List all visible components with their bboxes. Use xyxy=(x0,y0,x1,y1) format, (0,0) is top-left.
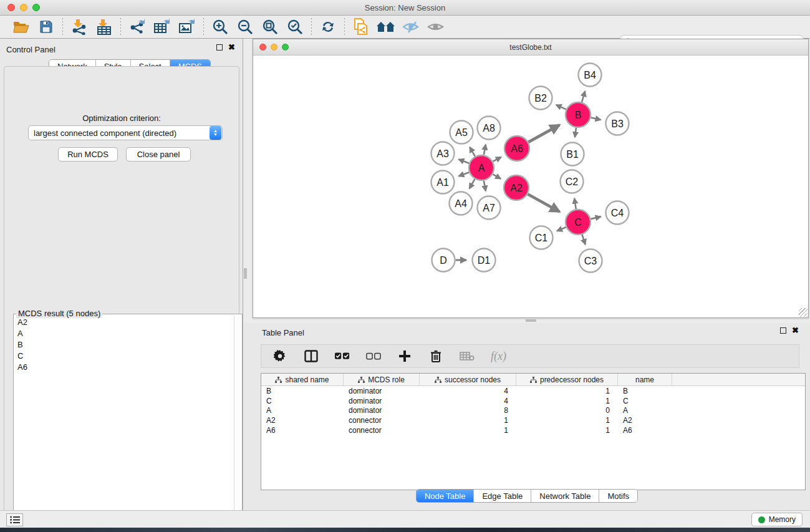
memory-button[interactable]: Memory xyxy=(751,513,803,526)
split-columns-button[interactable] xyxy=(304,350,319,362)
cell-shared-name[interactable]: B xyxy=(261,387,344,395)
edge-A-A8[interactable] xyxy=(484,145,486,155)
result-item[interactable]: A6 xyxy=(14,361,233,372)
open-session-button[interactable] xyxy=(9,17,34,36)
edge-C-C1[interactable] xyxy=(557,227,566,231)
table-settings-button[interactable] xyxy=(272,350,287,362)
cell-MCDS-role[interactable]: connector xyxy=(344,416,420,425)
cell-successor-nodes[interactable]: 1 xyxy=(420,416,516,425)
cell-successor-nodes[interactable]: 4 xyxy=(420,397,516,405)
cell-shared-name[interactable]: A2 xyxy=(261,416,344,425)
edge-A2-C[interactable] xyxy=(528,194,559,211)
zoom-selected-button[interactable] xyxy=(282,17,307,36)
home-button[interactable] xyxy=(374,17,398,36)
edge-C-C4[interactable] xyxy=(591,216,600,219)
edge-A-A5[interactable] xyxy=(470,147,475,157)
add-column-button[interactable] xyxy=(397,351,412,362)
tab-edge-table[interactable]: Edge Table xyxy=(474,490,531,502)
export-network-button[interactable] xyxy=(125,17,150,36)
cell-name[interactable]: A6 xyxy=(618,426,672,435)
cell-MCDS-role[interactable]: dominator xyxy=(344,387,420,395)
edge-A-A4[interactable] xyxy=(470,179,475,188)
zoom-in-button[interactable] xyxy=(208,17,233,36)
close-panel-button[interactable]: Close panel xyxy=(126,147,191,162)
edge-A-A1[interactable] xyxy=(459,172,470,176)
import-table-button[interactable] xyxy=(92,17,117,36)
result-scrollbar[interactable] xyxy=(234,316,242,523)
cell-successor-nodes[interactable]: 8 xyxy=(420,406,516,415)
delete-table-button[interactable] xyxy=(460,351,475,361)
edge-C-C3[interactable] xyxy=(582,235,585,244)
cell-MCDS-role[interactable]: dominator xyxy=(344,406,420,415)
select-all-columns-button[interactable] xyxy=(335,352,350,360)
cell-shared-name[interactable]: A xyxy=(261,406,344,415)
deselect-all-columns-button[interactable] xyxy=(366,352,381,360)
tab-node-table[interactable]: Node Table xyxy=(417,490,475,502)
task-history-button[interactable] xyxy=(6,513,23,526)
export-image-button[interactable] xyxy=(175,17,200,36)
column-header-MCDS-role[interactable]: MCDS role xyxy=(344,374,420,385)
export-table-button[interactable] xyxy=(150,17,175,36)
tab-motifs[interactable]: Motifs xyxy=(599,490,637,502)
column-header-predecessor-nodes[interactable]: predecessor nodes xyxy=(516,374,618,385)
column-header-shared-name[interactable]: shared name xyxy=(261,374,344,385)
table-row[interactable]: A6connector11A6 xyxy=(261,425,805,435)
table-row[interactable]: Cdominator41C xyxy=(261,396,805,406)
cell-shared-name[interactable]: C xyxy=(261,397,344,405)
zoom-out-button[interactable] xyxy=(233,17,258,36)
result-item[interactable]: A xyxy=(14,327,233,339)
edge-B-B2[interactable] xyxy=(556,105,566,109)
delete-column-button[interactable] xyxy=(428,350,443,362)
cell-predecessor-nodes[interactable]: 1 xyxy=(516,397,618,405)
network-graph-canvas[interactable]: B4B2BB3B1A5A8A6A3AA1A2C2A4A7CC4C1C3DD1 xyxy=(253,56,808,317)
vertical-splitter-grip[interactable] xyxy=(244,268,247,279)
edge-B-B4[interactable] xyxy=(582,91,585,102)
show-hidden-button[interactable] xyxy=(423,17,448,36)
cell-name[interactable]: C xyxy=(618,397,672,405)
edge-A-A6[interactable] xyxy=(493,157,501,162)
float-table-panel-icon[interactable] xyxy=(780,327,786,334)
cell-successor-nodes[interactable]: 1 xyxy=(420,426,516,435)
table-row[interactable]: Adominator80A xyxy=(261,405,805,415)
cell-predecessor-nodes[interactable]: 1 xyxy=(516,426,618,435)
edge-B-B1[interactable] xyxy=(575,128,576,137)
edge-A-A2[interactable] xyxy=(493,174,501,178)
cell-name[interactable]: A2 xyxy=(618,416,672,425)
run-mcds-button[interactable]: Run MCDS xyxy=(58,147,118,162)
network-window-titlebar[interactable]: testGlobe.txt xyxy=(253,39,808,56)
cell-name[interactable]: B xyxy=(618,387,672,395)
tab-network-table[interactable]: Network Table xyxy=(531,490,599,502)
save-session-button[interactable] xyxy=(34,17,59,36)
horizontal-splitter-grip[interactable] xyxy=(526,319,536,322)
close-panel-icon[interactable]: ✖ xyxy=(228,44,235,51)
copy-network-button[interactable] xyxy=(349,17,374,36)
edge-C-C2[interactable] xyxy=(574,198,576,209)
import-network-button[interactable] xyxy=(67,17,92,36)
cell-successor-nodes[interactable]: 4 xyxy=(420,387,516,395)
column-header-successor-nodes[interactable]: successor nodes xyxy=(420,374,516,385)
function-builder-button[interactable]: f(x) xyxy=(491,350,506,363)
cell-name[interactable]: A xyxy=(618,406,672,415)
table-row[interactable]: A2connector11A2 xyxy=(261,415,805,425)
zoom-fit-button[interactable] xyxy=(258,17,282,36)
cell-MCDS-role[interactable]: connector xyxy=(344,426,420,435)
edge-A-A7[interactable] xyxy=(484,181,486,191)
float-panel-icon[interactable] xyxy=(216,44,223,51)
hide-selected-button[interactable] xyxy=(398,17,423,36)
edge-B-B3[interactable] xyxy=(591,118,600,120)
close-table-panel-icon[interactable]: ✖ xyxy=(792,327,799,334)
edge-A6-B[interactable] xyxy=(528,125,559,142)
column-header-name[interactable]: name xyxy=(618,374,672,385)
window-resize-grip[interactable] xyxy=(799,308,808,317)
mcds-result-list[interactable]: A2ABCA6 xyxy=(14,316,233,523)
cell-predecessor-nodes[interactable]: 1 xyxy=(516,387,618,395)
criterion-dropdown[interactable]: largest connected component (directed) ▲… xyxy=(28,125,223,140)
result-item[interactable]: A2 xyxy=(14,316,233,327)
cell-predecessor-nodes[interactable]: 1 xyxy=(516,416,618,425)
cell-MCDS-role[interactable]: dominator xyxy=(344,397,420,405)
cell-shared-name[interactable]: A6 xyxy=(261,426,344,435)
edge-A-A3[interactable] xyxy=(459,159,470,163)
cell-predecessor-nodes[interactable]: 0 xyxy=(516,406,618,415)
result-item[interactable]: C xyxy=(14,350,233,361)
refresh-button[interactable] xyxy=(316,17,340,36)
